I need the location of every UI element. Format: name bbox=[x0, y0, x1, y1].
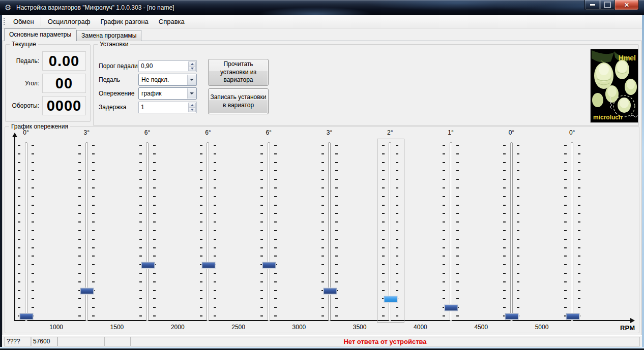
slider-tick bbox=[321, 307, 324, 308]
advance-slider-track[interactable] bbox=[571, 142, 573, 321]
slider-tick bbox=[214, 196, 216, 197]
advance-slider-track[interactable] bbox=[25, 142, 27, 321]
slider-tick bbox=[78, 187, 81, 188]
slider-tick bbox=[274, 307, 277, 308]
slider-tick bbox=[214, 298, 216, 299]
titlebar[interactable]: ⚙ Настройка вариаторов "Микролуч" 1.0.0.… bbox=[0, 0, 644, 16]
advance-slider-track[interactable] bbox=[450, 142, 452, 321]
slider-tick bbox=[335, 196, 338, 197]
slider-tick bbox=[503, 298, 506, 299]
menu-item-oscillograph[interactable]: Осциллограф bbox=[43, 15, 96, 28]
slider-tick bbox=[578, 264, 580, 265]
slider-tick bbox=[335, 213, 338, 214]
slider-tick bbox=[274, 162, 277, 163]
pedal-threshold-spin-up-button[interactable] bbox=[188, 61, 196, 67]
slider-tick bbox=[335, 170, 338, 171]
slider-tick bbox=[382, 205, 385, 206]
x-axis-tick-label: 5000 bbox=[521, 324, 562, 331]
advance-slider-track[interactable] bbox=[389, 142, 391, 321]
slider-tick bbox=[153, 145, 156, 146]
slider-tick bbox=[139, 247, 142, 248]
slider-tick bbox=[18, 273, 20, 274]
slider-tick bbox=[396, 187, 398, 188]
slider-tick bbox=[139, 239, 142, 240]
slider-tick bbox=[78, 256, 81, 257]
pedal-mode-combobox[interactable]: Не подкл. bbox=[138, 74, 197, 86]
write-settings-button[interactable]: Записать установки в вариатор bbox=[208, 88, 269, 114]
x-axis-arrow-icon bbox=[630, 318, 635, 323]
advance-slider-thumb[interactable] bbox=[80, 288, 94, 294]
pedal-threshold-spinbox[interactable]: 0,90 bbox=[138, 60, 197, 72]
advance-slider-thumb[interactable] bbox=[141, 262, 155, 268]
advance-slider-thumb[interactable] bbox=[445, 305, 458, 311]
delay-label: Задержка bbox=[99, 104, 127, 111]
advance-mode-dropdown-button[interactable] bbox=[187, 88, 196, 99]
slider-tick bbox=[214, 145, 216, 146]
slider-tick bbox=[200, 179, 202, 180]
slider-tick bbox=[503, 196, 506, 197]
slider-tick bbox=[200, 290, 202, 291]
delay-value[interactable]: 1 bbox=[141, 104, 144, 111]
advance-slider-track[interactable] bbox=[85, 142, 88, 321]
pedal-threshold-value[interactable]: 0,90 bbox=[141, 62, 153, 70]
close-button[interactable]: ✕ bbox=[614, 0, 639, 10]
slider-tick bbox=[564, 273, 567, 274]
slider-tick bbox=[260, 205, 263, 206]
slider-tick bbox=[214, 273, 216, 274]
read-settings-button[interactable]: Прочитать установки из вариатора bbox=[208, 59, 269, 86]
toolbar-gripper[interactable] bbox=[4, 18, 5, 26]
minimize-button[interactable] bbox=[584, 0, 600, 10]
hops-logo-image: Hmel microluch bbox=[590, 49, 638, 123]
slider-tick bbox=[153, 239, 156, 240]
advance-slider-thumb[interactable] bbox=[505, 313, 518, 320]
slider-tick bbox=[260, 273, 263, 274]
advance-slider-track[interactable] bbox=[268, 142, 270, 321]
advance-slider-thumb[interactable] bbox=[262, 262, 276, 268]
delay-spinbox[interactable]: 1 bbox=[138, 102, 197, 113]
slider-tick bbox=[443, 205, 445, 206]
advance-slider-thumb[interactable] bbox=[324, 288, 337, 294]
slider-tick bbox=[321, 230, 324, 231]
advance-slider-thumb[interactable] bbox=[202, 262, 215, 268]
current-row: Педаль:0.00 bbox=[8, 51, 86, 71]
slider-tick bbox=[200, 239, 202, 240]
tab-program-replace[interactable]: Замена программы bbox=[76, 30, 141, 41]
slider-tick bbox=[32, 162, 34, 163]
slider-tick bbox=[32, 298, 34, 299]
slider-tick bbox=[396, 170, 398, 171]
slider-tick bbox=[503, 170, 506, 171]
advance-mode-combobox[interactable]: график bbox=[138, 87, 197, 100]
advance-slider-track[interactable] bbox=[510, 142, 513, 321]
pedal-mode-dropdown-button[interactable] bbox=[187, 75, 196, 85]
menu-item-acceleration-chart[interactable]: График разгона bbox=[95, 15, 153, 28]
delay-spin-down-button[interactable] bbox=[188, 108, 196, 112]
slider-tick bbox=[92, 213, 95, 214]
advance-slider-thumb[interactable] bbox=[20, 313, 33, 320]
slider-tick bbox=[517, 221, 519, 222]
slider-tick bbox=[517, 281, 519, 282]
advance-slider-track[interactable] bbox=[146, 142, 149, 321]
slider-tick bbox=[321, 153, 324, 154]
slider-tick bbox=[456, 256, 459, 257]
slider-tick bbox=[260, 153, 263, 154]
slider-tick bbox=[78, 230, 81, 231]
tab-main-parameters[interactable]: Основные параметры bbox=[4, 28, 76, 41]
slider-tick bbox=[153, 221, 156, 222]
pedal-threshold-spin-down-button[interactable] bbox=[188, 67, 196, 71]
app-gear-icon[interactable]: ⚙ bbox=[5, 3, 13, 12]
slider-tick bbox=[382, 162, 385, 163]
slider-tick bbox=[578, 205, 580, 206]
slider-tick bbox=[32, 239, 34, 240]
advance-slider-track[interactable] bbox=[328, 142, 331, 321]
slider-tick bbox=[321, 298, 324, 299]
slider-tick bbox=[456, 162, 459, 163]
advance-slider-track[interactable] bbox=[207, 142, 209, 321]
slider-tick bbox=[564, 196, 567, 197]
maximize-button[interactable] bbox=[600, 0, 614, 10]
advance-slider-thumb[interactable] bbox=[566, 313, 579, 320]
menu-item-help[interactable]: Справка bbox=[154, 15, 190, 28]
slider-tick bbox=[153, 187, 156, 188]
advance-slider-thumb[interactable] bbox=[384, 296, 397, 302]
menu-item-obmen[interactable]: Обмен bbox=[8, 15, 39, 28]
delay-spin-up-button[interactable] bbox=[188, 103, 196, 108]
